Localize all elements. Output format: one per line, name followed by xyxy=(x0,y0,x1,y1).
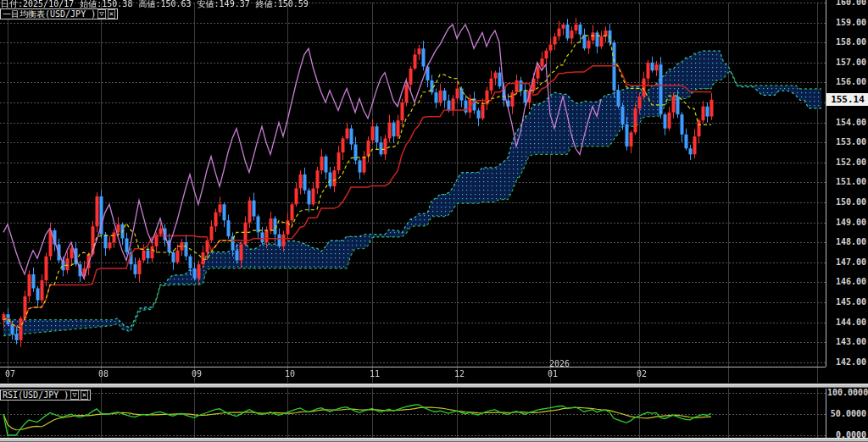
ohlc-field: 始値:150.38 xyxy=(80,0,132,8)
price-tick-label: 147.00 xyxy=(827,258,866,267)
ohlc-field-label: 日付 xyxy=(1,0,18,8)
price-tick-label: 156.00 xyxy=(827,78,866,86)
month-label: 11 xyxy=(370,370,380,378)
price-tick-label: 144.00 xyxy=(827,318,866,327)
month-label: 10 xyxy=(285,370,295,378)
price-axis[interactable]: 160.00159.00158.00157.00156.00154.00153.… xyxy=(826,0,868,367)
price-tick-label: 153.00 xyxy=(827,138,866,146)
price-tick-label: 157.00 xyxy=(827,58,866,67)
collapse-panel-icon[interactable]: ▽ xyxy=(97,9,105,19)
price-tick-label: 145.00 xyxy=(827,298,866,307)
price-tick-label: 160.00 xyxy=(827,0,866,7)
panel-splitter[interactable] xyxy=(0,384,868,388)
ohlc-field-label: 終値 xyxy=(256,0,273,8)
main-chart-canvas[interactable] xyxy=(0,0,826,384)
main-indicator-label: 一目均衡表(USD/JPY ) ▽ ✕ xyxy=(0,8,118,19)
rsi-indicator-label: RSI(USD/JPY ) ▽ ✕ xyxy=(0,390,91,401)
rsi-indicator-title: RSI(USD/JPY ) xyxy=(3,390,69,400)
rsi-tick-label: 0.0000 xyxy=(827,431,866,438)
trading-chart-app: 日付:2025/10/17始値:150.38高値:150.63安値:149.37… xyxy=(0,0,868,442)
close-panel-icon[interactable]: ✕ xyxy=(108,9,115,19)
price-tick-label: 159.00 xyxy=(827,19,866,27)
price-tick-label: 152.00 xyxy=(827,158,866,167)
month-label: 01 xyxy=(548,370,558,378)
price-tick-label: 158.00 xyxy=(827,38,866,47)
ohlc-field-label: 安値 xyxy=(198,0,214,8)
ohlc-field-value: 150.38 xyxy=(102,0,132,8)
price-tick-label: 142.00 xyxy=(827,358,866,367)
ohlc-header: 日付:2025/10/17始値:150.38高値:150.63安値:149.37… xyxy=(1,0,314,8)
price-tick-label: 143.00 xyxy=(827,338,866,346)
price-tick-label: 149.00 xyxy=(827,218,866,227)
ohlc-field-value: 150.59 xyxy=(278,0,309,8)
year-label: 2026 xyxy=(549,360,570,368)
price-tick-label: 148.00 xyxy=(827,238,866,246)
ohlc-field-label: 始値 xyxy=(80,0,97,8)
rsi-close-panel-icon[interactable]: ✕ xyxy=(81,390,88,400)
rsi-tick-label: 100.0000 xyxy=(827,389,866,397)
ohlc-field: 日付:2025/10/17 xyxy=(1,0,74,8)
rsi-axis: 100.000050.00000.0000 xyxy=(826,389,868,438)
ohlc-field-value: 2025/10/17 xyxy=(23,0,74,8)
rsi-tick-label: 50.0000 xyxy=(827,410,866,418)
ohlc-field: 安値:149.37 xyxy=(198,0,250,8)
price-tick-label: 154.00 xyxy=(827,119,866,127)
last-price-badge: 155.14 xyxy=(826,93,868,106)
month-label: 08 xyxy=(98,370,108,378)
time-axis[interactable]: 07080910111201022026 xyxy=(0,367,826,384)
ohlc-field: 高値:150.63 xyxy=(138,0,191,8)
price-tick-label: 151.00 xyxy=(827,178,866,186)
bottom-splitter[interactable] xyxy=(0,438,868,442)
ohlc-field-label: 高値 xyxy=(138,0,155,8)
rsi-collapse-panel-icon[interactable]: ▽ xyxy=(70,390,78,400)
ohlc-field-value: 149.37 xyxy=(220,0,250,8)
month-label: 02 xyxy=(637,370,647,378)
month-label: 09 xyxy=(192,370,202,378)
ohlc-field: 終値:150.59 xyxy=(256,0,309,8)
ohlc-field-value: 150.63 xyxy=(160,0,191,8)
month-label: 12 xyxy=(454,370,465,378)
month-label: 07 xyxy=(5,370,15,378)
price-tick-label: 146.00 xyxy=(827,278,866,286)
rsi-chart-canvas[interactable] xyxy=(0,389,826,438)
price-tick-label: 150.00 xyxy=(827,198,866,207)
main-indicator-title: 一目均衡表(USD/JPY ) xyxy=(3,9,96,19)
